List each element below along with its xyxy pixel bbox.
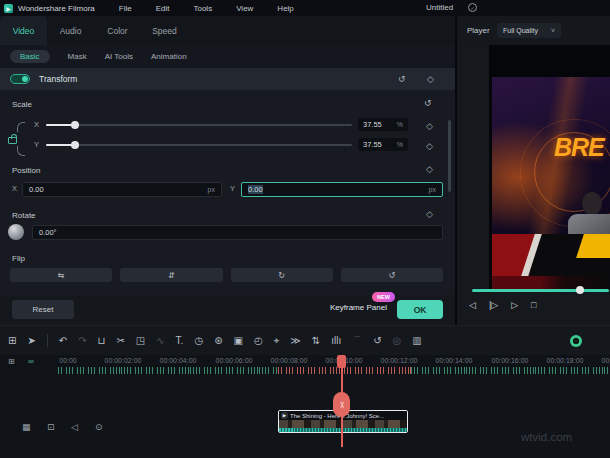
tab-audio[interactable]: Audio bbox=[47, 16, 94, 45]
subtab-mask[interactable]: Mask bbox=[68, 52, 87, 61]
render-preview-icon[interactable] bbox=[570, 335, 582, 347]
reset-button[interactable]: Reset bbox=[12, 300, 74, 319]
scale-x-value-box[interactable]: 37.55 % bbox=[358, 118, 408, 131]
reset-icon[interactable]: ↺ bbox=[398, 74, 406, 84]
adjustment-icon[interactable]: ⇅ bbox=[312, 335, 320, 346]
ruler-label: 00:00:08:00 bbox=[262, 357, 316, 364]
audio-curve-icon[interactable]: ⌒ bbox=[352, 334, 362, 348]
timer-icon[interactable]: ◴ bbox=[254, 335, 263, 346]
position-y-label: Y bbox=[230, 184, 235, 193]
menu-help[interactable]: Help bbox=[277, 4, 293, 13]
anchor-head bbox=[582, 192, 602, 215]
player-label: Player bbox=[467, 26, 490, 35]
slider-track[interactable] bbox=[46, 124, 352, 126]
scale-label: Scale bbox=[12, 100, 32, 109]
position-keyframe-icon[interactable]: ◇ bbox=[426, 164, 433, 174]
player-panel: Player Full Quality ˅ BRE bbox=[455, 16, 610, 325]
keyframe-diamond-icon[interactable]: ◇ bbox=[427, 74, 434, 84]
tab-video[interactable]: Video bbox=[0, 16, 47, 45]
media-library-icon[interactable]: ⊞ bbox=[8, 335, 16, 346]
slider-knob[interactable] bbox=[71, 121, 79, 129]
rotate-value[interactable]: 0.00° bbox=[39, 228, 57, 237]
transform-label: Transform bbox=[39, 74, 77, 84]
panel-scrollbar[interactable] bbox=[448, 120, 451, 192]
effects-icon[interactable]: ⊛ bbox=[214, 335, 222, 346]
tab-color[interactable]: Color bbox=[94, 16, 141, 45]
subtab-basic[interactable]: Basic bbox=[10, 50, 50, 63]
quality-dropdown[interactable]: Full Quality ˅ bbox=[497, 23, 561, 38]
scale-x-keyframe-icon[interactable]: ◇ bbox=[426, 121, 433, 131]
scale-y-value-box[interactable]: 37.55 % bbox=[358, 138, 408, 151]
position-x-field[interactable]: 0.00 px bbox=[22, 182, 222, 197]
transport-controls: ◁ |▷ ▷ □ bbox=[469, 300, 537, 310]
subtab-animation[interactable]: Animation bbox=[151, 52, 187, 61]
menu-file[interactable]: File bbox=[119, 4, 132, 13]
flip-vertical-button[interactable]: ⇵ bbox=[120, 268, 222, 282]
slider-track[interactable] bbox=[46, 144, 352, 146]
rotate-cw-icon: ↻ bbox=[278, 271, 285, 280]
scale-x-slider[interactable] bbox=[46, 118, 352, 132]
watermark: wtvid.com bbox=[521, 431, 572, 443]
denoise-icon[interactable]: ıllı bbox=[331, 335, 341, 346]
video-preview[interactable]: BRE bbox=[457, 45, 610, 290]
filmstrip-icon[interactable]: ▥ bbox=[412, 335, 421, 346]
flip-horizontal-icon: ⇆ bbox=[58, 271, 65, 280]
scale-reset-icon[interactable]: ↺ bbox=[424, 98, 432, 108]
video-track-icon[interactable]: ▦ bbox=[22, 422, 31, 432]
text-tool-icon[interactable]: T. bbox=[176, 335, 184, 346]
menu-edit[interactable]: Edit bbox=[156, 4, 170, 13]
rotate-ccw-button[interactable]: ↺ bbox=[341, 268, 443, 282]
undo-icon[interactable]: ↶ bbox=[59, 335, 67, 346]
speed-icon[interactable]: ◷ bbox=[194, 335, 203, 346]
next-frame-button[interactable]: |▷ bbox=[489, 300, 498, 310]
add-marker-icon[interactable]: ⊞ bbox=[8, 357, 15, 366]
transform-toggle[interactable] bbox=[10, 74, 30, 84]
scale-y-value[interactable]: 37.55 bbox=[363, 140, 382, 149]
redo-icon[interactable]: ↷ bbox=[78, 335, 86, 346]
rotate-keyframe-icon[interactable]: ◇ bbox=[426, 209, 433, 219]
tab-speed[interactable]: Speed bbox=[141, 16, 188, 45]
lock-track-icon[interactable]: ⊡ bbox=[47, 422, 55, 432]
timeline-area[interactable]: ⊞ ∞ 00:00 00:00:02:00 00:00:04:00 00:00:… bbox=[0, 355, 610, 458]
ok-button[interactable]: OK bbox=[397, 300, 443, 319]
keyframe-jump-icon[interactable]: ≫ bbox=[290, 335, 300, 346]
scrubber-knob[interactable] bbox=[576, 286, 584, 294]
sync-status-icon[interactable]: ✓ bbox=[468, 3, 477, 12]
snapshot-icon[interactable]: ▣ bbox=[234, 335, 243, 346]
split-icon[interactable]: ✂ bbox=[116, 335, 124, 346]
mute-track-icon[interactable]: ◁ bbox=[71, 422, 78, 432]
audio-fade-icon[interactable]: ∿ bbox=[156, 335, 164, 346]
previous-frame-button[interactable]: ◁ bbox=[469, 300, 476, 310]
link-clips-icon[interactable]: ∞ bbox=[28, 357, 34, 366]
voiceover-icon[interactable]: ◎ bbox=[393, 335, 402, 346]
clip-audio-waveform bbox=[279, 428, 407, 433]
select-cursor-icon[interactable]: ➤ bbox=[27, 335, 35, 346]
rotate-cw-button[interactable]: ↻ bbox=[231, 268, 333, 282]
position-x-value[interactable]: 0.00 bbox=[29, 185, 44, 194]
subtab-ai-tools[interactable]: AI Tools bbox=[105, 52, 133, 61]
scrubber-track[interactable] bbox=[472, 289, 609, 292]
slider-knob[interactable] bbox=[71, 141, 79, 149]
keyframe-panel-button[interactable]: Keyframe Panel bbox=[330, 303, 387, 312]
ruler-ticks-clip-range bbox=[278, 367, 411, 374]
scale-y-keyframe-icon[interactable]: ◇ bbox=[426, 141, 433, 151]
flip-horizontal-button[interactable]: ⇆ bbox=[10, 268, 112, 282]
scale-x-value[interactable]: 37.55 bbox=[363, 120, 382, 129]
rotate-dial[interactable] bbox=[8, 224, 24, 240]
history-icon[interactable]: ↺ bbox=[373, 335, 381, 346]
new-badge: NEW bbox=[372, 292, 395, 302]
crop-icon[interactable]: ◳ bbox=[136, 335, 145, 346]
hide-track-icon[interactable]: ⊙ bbox=[95, 422, 103, 432]
playback-scrubber[interactable] bbox=[472, 286, 609, 294]
stop-button[interactable]: □ bbox=[531, 300, 536, 310]
playhead-split-handle[interactable]: ✂ bbox=[333, 392, 350, 417]
rotate-field[interactable]: 0.00° bbox=[32, 225, 443, 240]
position-y-value[interactable]: 0.00 bbox=[248, 185, 263, 194]
delete-icon[interactable]: ⊔ bbox=[98, 335, 106, 346]
menu-view[interactable]: View bbox=[236, 4, 253, 13]
scale-y-slider[interactable] bbox=[46, 138, 352, 152]
play-button[interactable]: ▷ bbox=[511, 300, 518, 310]
menu-tools[interactable]: Tools bbox=[193, 4, 212, 13]
position-y-field[interactable]: 0.00 px bbox=[241, 182, 443, 197]
motion-tracking-icon[interactable]: ⌖ bbox=[274, 335, 280, 347]
